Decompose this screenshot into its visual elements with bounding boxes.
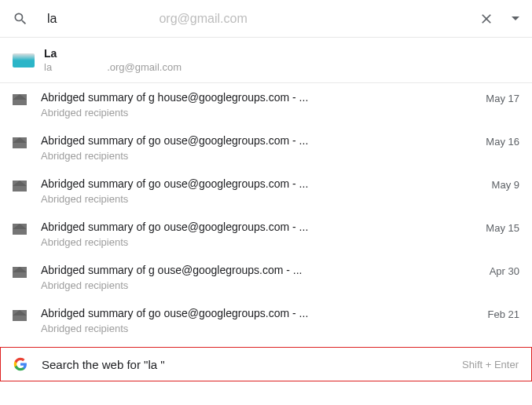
contact-info: La la.org@gmail.com — [35, 47, 182, 73]
email-result-row[interactable]: Abridged summary of g house@googlegroups… — [0, 83, 532, 126]
result-subtitle: Abridged recipients — [41, 279, 477, 291]
result-content: Abridged summary of g house@googlegroups… — [27, 91, 473, 119]
mail-icon — [13, 94, 27, 105]
search-typed-text: la — [47, 12, 57, 26]
result-content: Abridged summary of go ouse@googlegroups… — [27, 221, 473, 248]
result-title: Abridged summary of go ouse@googlegroups… — [41, 221, 473, 233]
mail-icon — [13, 224, 27, 235]
result-subtitle: Abridged recipients — [41, 193, 479, 205]
search-bar: la org@gmail.com — [0, 0, 532, 38]
search-hint-text: org@gmail.com — [159, 12, 247, 26]
result-date: May 16 — [486, 134, 519, 148]
search-input[interactable]: la org@gmail.com — [28, 12, 479, 26]
email-results-list: Abridged summary of g house@googlegroups… — [0, 83, 532, 342]
result-date: May 15 — [486, 221, 519, 234]
result-content: Abridged summary of go ouse@googlegroups… — [27, 307, 475, 334]
mail-icon — [13, 181, 27, 192]
result-date: Feb 21 — [488, 307, 519, 320]
email-result-row[interactable]: Abridged summary of go ouse@googlegroups… — [0, 299, 532, 342]
contact-name: La — [44, 47, 182, 60]
result-subtitle: Abridged recipients — [41, 236, 473, 248]
mail-icon — [13, 267, 27, 278]
result-date: May 9 — [492, 177, 519, 191]
search-web-row[interactable]: Search the web for "la " Shift + Enter — [0, 347, 532, 381]
contact-email: la.org@gmail.com — [44, 61, 182, 73]
avatar — [13, 53, 35, 68]
email-result-row[interactable]: Abridged summary of go ouse@googlegroups… — [0, 213, 532, 256]
result-date: Apr 30 — [490, 264, 519, 277]
email-result-row[interactable]: Abridged summary of g ouse@googlegroups.… — [0, 256, 532, 299]
mail-icon — [13, 310, 27, 321]
contact-suggestion[interactable]: La la.org@gmail.com — [0, 38, 532, 83]
clear-icon[interactable] — [479, 11, 494, 27]
result-subtitle: Abridged recipients — [41, 107, 473, 119]
result-title: Abridged summary of go ouse@googlegroups… — [41, 307, 475, 319]
result-title: Abridged summary of g ouse@googlegroups.… — [41, 264, 477, 276]
result-title: Abridged summary of go ouse@googlegroups… — [41, 134, 473, 147]
email-result-row[interactable]: Abridged summary of go ouse@googlegroups… — [0, 126, 532, 170]
google-logo-icon — [13, 357, 28, 371]
result-subtitle: Abridged recipients — [41, 323, 475, 334]
chevron-down-icon[interactable] — [512, 16, 519, 20]
email-result-row[interactable]: Abridged summary of go ouse@googlegroups… — [0, 170, 532, 213]
result-content: Abridged summary of go ouse@googlegroups… — [27, 177, 479, 205]
search-icon — [13, 11, 28, 27]
search-web-hint: Shift + Enter — [462, 359, 519, 370]
search-web-label: Search the web for "la " — [28, 358, 462, 371]
result-title: Abridged summary of g house@googlegroups… — [41, 91, 473, 104]
result-subtitle: Abridged recipients — [41, 150, 473, 162]
result-content: Abridged summary of g ouse@googlegroups.… — [27, 264, 477, 291]
search-suggestions-panel: la org@gmail.com La la.org@gmail.com Abr… — [0, 0, 532, 381]
result-date: May 17 — [486, 91, 519, 104]
mail-icon — [13, 137, 27, 148]
result-title: Abridged summary of go ouse@googlegroups… — [41, 177, 479, 190]
result-content: Abridged summary of go ouse@googlegroups… — [27, 134, 473, 162]
